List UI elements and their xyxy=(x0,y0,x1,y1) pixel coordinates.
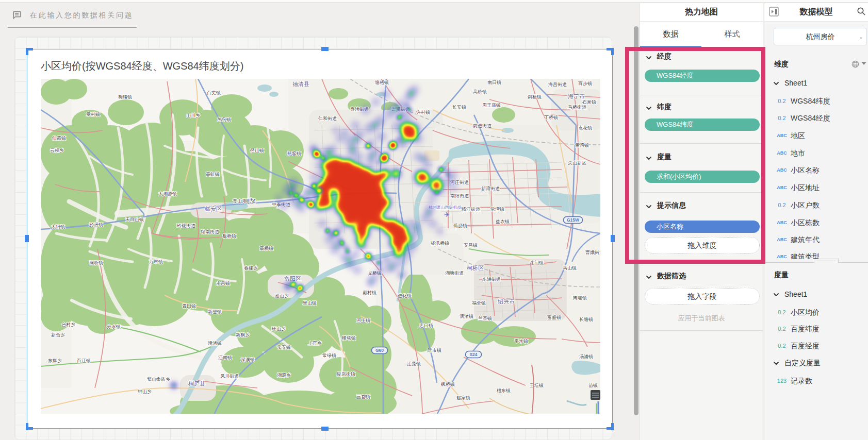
svg-text:太阳镇: 太阳镇 xyxy=(51,224,65,229)
svg-text:南日镇: 南日镇 xyxy=(487,80,501,85)
svg-text:汤浦镇: 汤浦镇 xyxy=(579,354,593,359)
svg-text:新登镇: 新登镇 xyxy=(208,309,222,314)
svg-text:洞桥镇: 洞桥镇 xyxy=(89,260,103,265)
svg-text:高虹镇: 高虹镇 xyxy=(206,172,220,177)
svg-text:店口镇: 店口镇 xyxy=(419,323,433,328)
svg-text:应店街镇: 应店街镇 xyxy=(337,371,355,377)
svg-text:章村镇: 章村镇 xyxy=(86,112,100,117)
svg-text:莪山畲族乡: 莪山畲族乡 xyxy=(147,377,170,382)
svg-text:新合乡: 新合乡 xyxy=(51,332,65,337)
svg-text:安昌镇: 安昌镇 xyxy=(464,243,478,248)
svg-text:凤川街道: 凤川街道 xyxy=(220,374,239,379)
svg-text:湖塘街道: 湖塘街道 xyxy=(445,270,464,276)
svg-text:渌渚镇: 渌渚镇 xyxy=(208,341,222,346)
svg-text:海昌街道: 海昌街道 xyxy=(548,82,567,87)
svg-text:楼塔镇: 楼塔镇 xyxy=(341,335,356,341)
svg-text:百步镇: 百步镇 xyxy=(578,81,592,86)
svg-text:於潜镇: 於潜镇 xyxy=(89,222,103,227)
svg-text:合村乡: 合村乡 xyxy=(61,322,75,327)
svg-text:✈: ✈ xyxy=(249,197,253,202)
svg-text:高桥镇: 高桥镇 xyxy=(259,246,273,251)
svg-text:柯桥区: 柯桥区 xyxy=(467,265,484,271)
svg-text:桐庐县: 桐庐县 xyxy=(188,380,205,386)
svg-text:尖山新区: 尖山新区 xyxy=(568,160,586,165)
svg-text:湖源乡: 湖源乡 xyxy=(277,373,291,378)
svg-text:马桥街道: 马桥街道 xyxy=(568,105,586,110)
svg-text:永昌镇: 永昌镇 xyxy=(216,281,230,286)
svg-text:G60: G60 xyxy=(375,348,384,353)
svg-text:长塘镇: 长塘镇 xyxy=(579,317,593,322)
svg-text:瓶窑镇: 瓶窑镇 xyxy=(287,151,301,156)
svg-text:海宁市: 海宁市 xyxy=(568,93,585,99)
svg-text:江藻镇: 江藻镇 xyxy=(407,361,421,366)
svg-text:百江镇: 百江镇 xyxy=(76,358,91,363)
svg-text:南阳街道: 南阳街道 xyxy=(450,193,469,198)
svg-text:高桥镇: 高桥镇 xyxy=(473,89,487,94)
svg-text:锦南街道: 锦南街道 xyxy=(200,229,219,234)
svg-text:里山镇: 里山镇 xyxy=(303,300,317,306)
svg-text:苗镇: 苗镇 xyxy=(588,383,598,388)
svg-text:福全镇: 福全镇 xyxy=(472,300,486,306)
svg-text:临安区: 临安区 xyxy=(205,206,222,212)
svg-text:兰亭镇: 兰亭镇 xyxy=(478,316,492,321)
svg-text:长安镇: 长安镇 xyxy=(452,105,466,110)
svg-text:新桐乡: 新桐乡 xyxy=(236,332,250,337)
svg-text:漓渚镇: 漓渚镇 xyxy=(460,314,473,319)
svg-text:德清县: 德清县 xyxy=(292,81,309,87)
svg-text:万市镇: 万市镇 xyxy=(149,259,163,264)
svg-text:新湾街道: 新湾街道 xyxy=(481,186,500,191)
svg-text:东辉乡: 东辉乡 xyxy=(47,358,62,363)
svg-text:斜桥镇: 斜桥镇 xyxy=(528,94,542,99)
svg-text:板桥镇: 板桥镇 xyxy=(222,233,236,239)
svg-text:富阳区: 富阳区 xyxy=(284,276,301,282)
svg-text:G15W: G15W xyxy=(567,217,580,223)
svg-text:上官乡: 上官乡 xyxy=(308,341,322,346)
svg-text:许村镇: 许村镇 xyxy=(416,110,430,115)
svg-text:戴村镇: 戴村镇 xyxy=(363,290,376,295)
svg-text:绍兴市: 绍兴市 xyxy=(498,298,515,304)
svg-text:塘栖镇: 塘栖镇 xyxy=(374,80,389,85)
svg-text:云梯乡: 云梯乡 xyxy=(50,148,64,153)
svg-text:环山乡: 环山乡 xyxy=(271,326,286,331)
svg-text:陶堰镇: 陶堰镇 xyxy=(573,295,587,300)
svg-text:斗门镇: 斗门镇 xyxy=(530,260,544,265)
svg-text:常绿镇: 常绿镇 xyxy=(322,353,336,358)
svg-text:周王庙镇: 周王庙镇 xyxy=(482,103,501,108)
svg-text:党湾镇: 党湾镇 xyxy=(490,207,504,212)
svg-text:枫桥镇: 枫桥镇 xyxy=(440,382,455,387)
svg-text:深澳镇: 深澳镇 xyxy=(241,357,255,362)
svg-text:河庄街道: 河庄街道 xyxy=(450,180,469,185)
svg-text:阮市镇: 阮市镇 xyxy=(428,348,441,353)
svg-text:梅铺镇: 梅铺镇 xyxy=(118,94,132,99)
svg-text:东浦街道: 东浦街道 xyxy=(482,277,501,282)
svg-text:江南镇: 江南镇 xyxy=(218,355,232,360)
svg-text:瓜沥镇: 瓜沥镇 xyxy=(453,223,467,228)
svg-text:分水镇: 分水镇 xyxy=(107,324,121,329)
svg-text:曹娥街道: 曹娥街道 xyxy=(585,250,600,255)
svg-text:靖江街道: 靖江街道 xyxy=(461,207,480,212)
svg-text:黄湾镇: 黄湾镇 xyxy=(575,143,589,148)
svg-text:S24: S24 xyxy=(469,352,477,357)
svg-text:山川乡: 山川乡 xyxy=(186,113,200,118)
svg-text:春建乡: 春建乡 xyxy=(244,265,258,270)
svg-text:王坛镇: 王坛镇 xyxy=(530,383,544,388)
svg-text:✈: ✈ xyxy=(444,211,450,218)
svg-text:百丈镇: 百丈镇 xyxy=(206,90,221,95)
svg-text:太湖源镇: 太湖源镇 xyxy=(158,191,177,196)
svg-text:天目山镇: 天目山镇 xyxy=(125,217,144,222)
svg-text:玲珑街道: 玲珑街道 xyxy=(176,223,195,228)
svg-text:常安镇: 常安镇 xyxy=(277,345,291,350)
svg-text:鸬鸟镇: 鸬鸟镇 xyxy=(217,117,231,122)
svg-text:益农镇: 益农镇 xyxy=(496,219,510,224)
svg-text:仁和街道: 仁和街道 xyxy=(318,116,337,121)
svg-text:稽东镇: 稽东镇 xyxy=(496,388,511,393)
svg-text:前进街道: 前进街道 xyxy=(473,123,492,128)
svg-text:胥口镇: 胥口镇 xyxy=(182,303,196,309)
svg-text:三都镇: 三都镇 xyxy=(356,394,370,399)
svg-text:平水镇: 平水镇 xyxy=(514,339,528,344)
svg-text:杨汛桥镇: 杨汛桥镇 xyxy=(431,241,449,246)
svg-text:进化镇: 进化镇 xyxy=(398,293,412,298)
svg-text:马山镇: 马山镇 xyxy=(563,265,577,270)
svg-text:丁桥镇: 丁桥镇 xyxy=(544,115,558,120)
svg-text:富盛镇: 富盛镇 xyxy=(547,315,561,320)
